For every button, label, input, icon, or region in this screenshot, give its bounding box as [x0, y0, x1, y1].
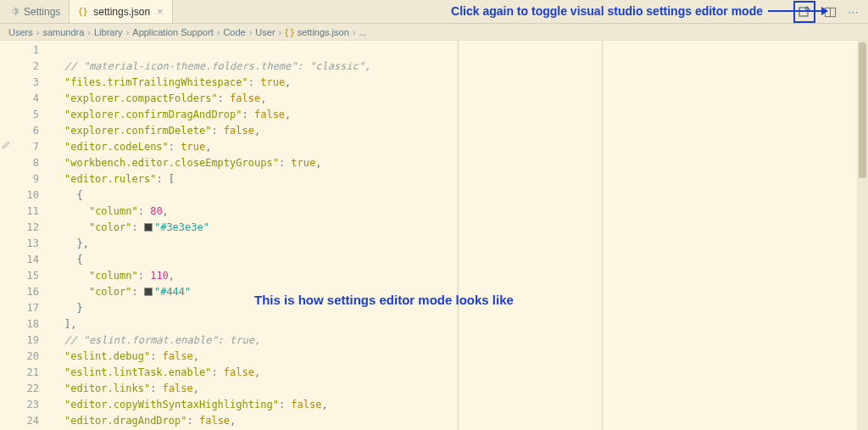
ruler-110	[602, 41, 603, 430]
line-number: 3	[14, 75, 51, 91]
line-number: 14	[14, 252, 51, 268]
close-icon[interactable]: ×	[157, 5, 164, 18]
code-line[interactable]: // "eslint.format.enable": true,	[51, 332, 868, 349]
line-number: 24	[14, 413, 51, 429]
code-line[interactable]: },	[51, 236, 868, 252]
line-number: 16	[14, 284, 51, 300]
scroll-thumb[interactable]	[859, 42, 866, 178]
code-line[interactable]: "workbench.editor.closeEmptyGroups": tru…	[51, 155, 868, 171]
code-line[interactable]: {	[51, 187, 868, 204]
line-number: 13	[14, 236, 51, 252]
line-number: 5	[14, 107, 51, 123]
vertical-scrollbar[interactable]	[857, 41, 868, 430]
tab-settings[interactable]: Settings	[0, 0, 70, 23]
tab-label: settings.json	[93, 6, 150, 18]
code-line[interactable]: {	[51, 252, 868, 268]
code-line[interactable]: "editor.rulers": [	[51, 171, 868, 187]
tab-label: Settings	[24, 6, 60, 18]
line-number: 11	[14, 204, 51, 220]
code-line[interactable]: "explorer.confirmDragAndDrop": false,	[51, 107, 868, 123]
line-number: 15	[14, 268, 51, 284]
svg-text:{}: {}	[78, 7, 88, 16]
more-actions-button[interactable]: ···	[844, 3, 863, 21]
line-number: 21	[14, 365, 51, 381]
code-line[interactable]: "color": "#3e3e3e"	[51, 220, 868, 236]
code-line[interactable]: // "material-icon-theme.folders.theme": …	[51, 59, 868, 75]
crumb[interactable]: Application Support	[132, 27, 213, 37]
line-number: 1	[14, 42, 51, 59]
line-number: 7	[14, 139, 51, 155]
ruler-80	[458, 41, 459, 430]
code-line[interactable]: "eslint.debug": false,	[51, 349, 868, 365]
line-number: 23	[14, 397, 51, 413]
line-number: 17	[14, 300, 51, 316]
annotation-callout-mid: This is how settings editor mode looks l…	[254, 293, 514, 307]
pencil-icon	[2, 139, 12, 152]
code-editor[interactable]: 123456789101112131415161718192021222324 …	[0, 41, 868, 430]
crumb[interactable]: Code	[223, 27, 245, 37]
glyph-margin	[0, 41, 14, 430]
code-line[interactable]: "editor.links": false,	[51, 381, 868, 397]
code-content[interactable]: // "material-icon-theme.folders.theme": …	[51, 41, 868, 430]
line-number: 10	[14, 187, 51, 204]
crumb[interactable]: settings.json	[298, 27, 349, 37]
code-line[interactable]: "column": 80,	[51, 204, 868, 220]
code-line[interactable]	[51, 42, 868, 59]
crumb[interactable]: samundra	[42, 27, 84, 37]
crumb[interactable]: Users	[8, 27, 33, 37]
code-line[interactable]: "editor.dragAndDrop": false,	[51, 413, 868, 429]
line-number: 4	[14, 91, 51, 107]
line-number: 9	[14, 171, 51, 187]
line-number: 8	[14, 155, 51, 171]
crumb[interactable]: ...	[359, 27, 366, 37]
gear-icon	[8, 6, 19, 17]
crumb[interactable]: Library	[94, 27, 123, 37]
code-line[interactable]: "editor.copyWithSyntaxHighlighting": fal…	[51, 397, 868, 413]
line-number-gutter: 123456789101112131415161718192021222324	[14, 41, 51, 430]
code-line[interactable]: "editor.codeLens": true,	[51, 139, 868, 155]
line-number: 19	[14, 332, 51, 349]
braces-icon: {}	[78, 6, 89, 17]
line-number: 6	[14, 123, 51, 139]
breadcrumb[interactable]: Users› samundra› Library› Application Su…	[0, 24, 868, 41]
code-line[interactable]: "column": 110,	[51, 268, 868, 284]
code-line[interactable]: "eslint.lintTask.enable": false,	[51, 365, 868, 381]
annotation-callout-top: Click again to toggle visual studio sett…	[451, 4, 827, 18]
line-number: 2	[14, 59, 51, 75]
line-number: 20	[14, 349, 51, 365]
arrow-icon	[768, 10, 827, 12]
code-line[interactable]: "files.trimTrailingWhitespace": true,	[51, 75, 868, 91]
crumb[interactable]: User	[255, 27, 275, 37]
code-line[interactable]: ],	[51, 316, 868, 332]
code-line[interactable]: "explorer.compactFolders": false,	[51, 91, 868, 107]
tab-settings-json[interactable]: {} settings.json ×	[70, 0, 172, 23]
code-line[interactable]: "explorer.confirmDelete": false,	[51, 123, 868, 139]
line-number: 22	[14, 381, 51, 397]
line-number: 12	[14, 220, 51, 236]
line-number: 18	[14, 316, 51, 332]
